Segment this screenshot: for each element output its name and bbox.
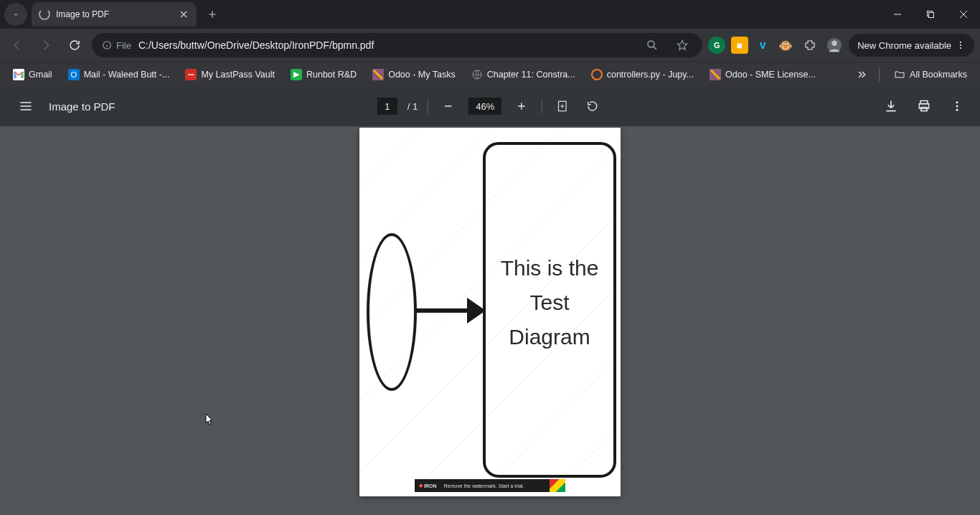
url-scheme-label: File <box>116 40 131 51</box>
divider <box>879 67 880 82</box>
lastpass-icon: ••• <box>185 69 197 80</box>
pdf-toolbar: Image to PDF / 1 <box>0 86 980 126</box>
kebab-icon <box>951 100 963 113</box>
puzzle-icon <box>804 39 816 52</box>
chevron-down-icon <box>11 10 20 19</box>
pdf-more-button[interactable] <box>947 96 967 116</box>
extensions-puzzle-button[interactable] <box>800 35 820 55</box>
svg-point-7 <box>960 44 961 46</box>
minus-icon <box>443 100 454 112</box>
divider <box>542 99 542 113</box>
bookmark-outlook[interactable]: O Mail - Waleed Butt -... <box>61 66 177 83</box>
pdf-rotate-button[interactable] <box>583 96 603 116</box>
tab-title: Image to PDF <box>56 9 178 19</box>
bookmark-label: Odoo - SME License... <box>725 70 816 80</box>
pdf-toolbar-center: / 1 <box>377 96 603 116</box>
bpmn-sequence-flow <box>414 308 470 313</box>
pdf-document-title: Image to PDF <box>49 100 116 113</box>
pdf-viewport[interactable]: This is the Test Diagram ◆ IRON Remove t… <box>0 126 980 515</box>
reload-icon <box>68 39 81 52</box>
all-bookmarks-button[interactable]: All Bookmarks <box>887 66 974 83</box>
bookmark-chapter11[interactable]: Chapter 11: Constra... <box>464 66 583 83</box>
nav-back-button[interactable] <box>6 34 29 57</box>
window-minimize-button[interactable] <box>881 0 914 29</box>
bookmark-jupyter[interactable]: controllers.py - Jupy... <box>584 66 701 83</box>
bookmark-star-button[interactable] <box>672 35 692 55</box>
svg-point-3 <box>648 41 654 47</box>
pdf-page: This is the Test Diagram ◆ IRON Remove t… <box>359 128 621 496</box>
extension-grammarly-icon[interactable]: G <box>708 37 725 54</box>
svg-point-6 <box>960 42 961 43</box>
extension-monkey-icon[interactable]: 🐵 <box>777 37 794 54</box>
zoom-indicator-button[interactable] <box>642 35 662 55</box>
bookmark-gmail[interactable]: Gmail <box>6 66 60 83</box>
new-tab-button[interactable] <box>202 4 222 24</box>
pdf-toolbar-right <box>881 96 967 116</box>
pdf-print-button[interactable] <box>914 96 934 116</box>
print-icon <box>917 99 931 113</box>
pdf-zoom-out-button[interactable] <box>438 96 458 116</box>
avatar-icon <box>826 37 842 53</box>
svg-point-18 <box>956 101 958 103</box>
bookmark-label: controllers.py - Jupy... <box>607 70 694 80</box>
loading-spinner-icon <box>39 9 50 20</box>
ironpdf-trial-banner: ◆ IRON Remove the watermark. Start a tri… <box>415 479 565 492</box>
browser-toolbar: File C:/Users/buttw/OneDrive/Desktop/Iro… <box>0 29 980 62</box>
divider <box>428 99 428 113</box>
pdf-download-button[interactable] <box>881 96 901 116</box>
svg-point-8 <box>960 47 961 49</box>
svg-point-12 <box>592 70 602 80</box>
ironpdf-brand-text: IRON <box>424 483 437 488</box>
maximize-icon <box>926 10 935 19</box>
mouse-cursor-icon <box>205 413 214 426</box>
hamburger-icon <box>19 99 33 113</box>
outlook-icon: O <box>68 69 80 80</box>
site-info-button[interactable]: File <box>102 40 131 51</box>
bookmark-label: Chapter 11: Constra... <box>487 70 575 80</box>
bookmark-label: Gmail <box>29 70 52 80</box>
runbot-icon: ▶ <box>291 69 302 80</box>
bookmark-odoo-sme[interactable]: Odoo - SME License... <box>702 66 823 83</box>
svg-rect-17 <box>921 108 927 111</box>
bpmn-start-event <box>367 233 417 391</box>
plus-icon <box>516 100 527 112</box>
window-close-button[interactable] <box>947 0 980 29</box>
window-maximize-button[interactable] <box>914 0 947 29</box>
svg-point-19 <box>956 105 958 108</box>
odoo-icon <box>710 69 721 80</box>
pdf-zoom-in-button[interactable] <box>512 96 532 116</box>
address-bar[interactable]: File C:/Users/buttw/OneDrive/Desktop/Iro… <box>92 33 702 57</box>
bookmark-odoo-tasks[interactable]: Odoo - My Tasks <box>365 66 463 83</box>
pdf-page-total: / 1 <box>407 101 418 112</box>
bookmark-label: Runbot R&D <box>306 70 357 80</box>
bookmarks-bar: Gmail O Mail - Waleed Butt -... ••• My L… <box>0 62 980 86</box>
bookmark-label: Odoo - My Tasks <box>388 70 456 80</box>
ironpdf-logo: ◆ IRON <box>415 483 441 488</box>
pdf-fit-page-button[interactable] <box>552 96 573 116</box>
pdf-page-input[interactable] <box>377 98 397 115</box>
pdf-sidebar-toggle[interactable] <box>13 93 39 119</box>
tab-close-button[interactable] <box>178 9 189 20</box>
minimize-icon <box>893 10 902 19</box>
tab-search-dropdown[interactable] <box>4 3 27 26</box>
nav-reload-button[interactable] <box>63 34 86 57</box>
bookmark-label: My LastPass Vault <box>201 70 275 80</box>
plus-icon <box>207 9 217 19</box>
chrome-update-chip[interactable]: New Chrome available <box>849 34 974 57</box>
info-icon <box>102 40 112 50</box>
jupyter-icon <box>591 69 603 80</box>
bookmarks-overflow-button[interactable] <box>852 65 872 85</box>
profile-avatar[interactable] <box>826 37 843 54</box>
extension-vimeo-icon[interactable]: v <box>754 37 771 54</box>
bpmn-task: This is the Test Diagram <box>483 142 616 478</box>
svg-rect-1 <box>929 13 934 18</box>
close-icon <box>180 11 187 18</box>
fit-page-icon <box>556 100 569 113</box>
bookmark-runbot[interactable]: ▶ Runbot R&D <box>283 66 364 83</box>
rotate-icon <box>586 100 599 113</box>
bookmark-lastpass[interactable]: ••• My LastPass Vault <box>178 66 282 83</box>
pdf-zoom-input[interactable] <box>468 98 501 115</box>
browser-tab-active[interactable]: Image to PDF <box>32 2 197 27</box>
extension-keep-icon[interactable]: ▦ <box>731 37 748 54</box>
nav-forward-button[interactable] <box>34 34 57 57</box>
